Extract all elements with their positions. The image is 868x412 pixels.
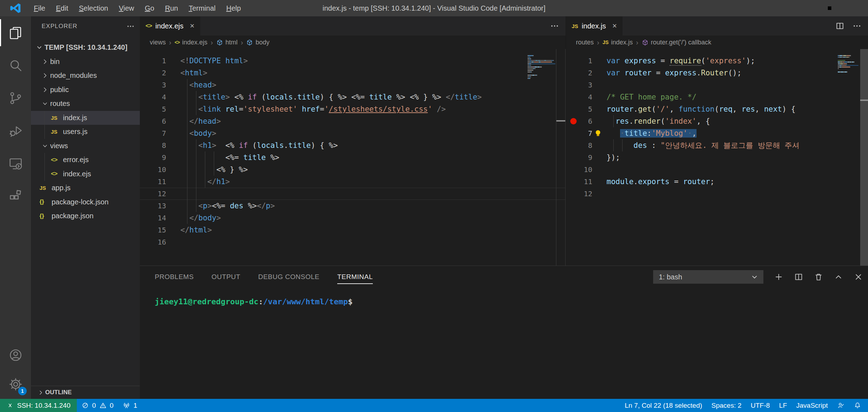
tree-item-routes[interactable]: routes bbox=[31, 97, 140, 111]
menu-help[interactable]: Help bbox=[221, 0, 246, 16]
more-actions-icon[interactable] bbox=[852, 21, 862, 31]
editor-scrollbar[interactable] bbox=[556, 49, 566, 266]
breadcrumb-item[interactable]: JSindex.js bbox=[603, 39, 633, 46]
code-line-9[interactable]: 9 <%= title %> bbox=[140, 151, 566, 164]
line-number[interactable]: 9 bbox=[140, 151, 166, 164]
code-text[interactable]: </h1> bbox=[180, 176, 566, 188]
line-number[interactable]: 3 bbox=[140, 79, 166, 91]
code-text[interactable]: <!DOCTYPE html> bbox=[180, 55, 566, 67]
accounts-activity-button[interactable] bbox=[0, 341, 31, 370]
breakpoint-icon[interactable] bbox=[570, 118, 577, 124]
code-text[interactable]: </head> bbox=[180, 115, 566, 127]
split-terminal-icon[interactable] bbox=[794, 272, 803, 282]
menu-edit[interactable]: Edit bbox=[51, 0, 73, 16]
code-text[interactable]: <%= title %> bbox=[180, 151, 566, 164]
code-text[interactable] bbox=[607, 164, 868, 176]
menu-view[interactable]: View bbox=[113, 0, 139, 16]
menu-terminal[interactable]: Terminal bbox=[183, 0, 221, 16]
line-number[interactable]: 2 bbox=[566, 67, 592, 79]
code-text[interactable]: <% } %> bbox=[180, 164, 566, 176]
tree-item-users.js[interactable]: JSusers.js bbox=[31, 125, 140, 139]
editor-scrollbar[interactable] bbox=[860, 49, 868, 266]
minimap[interactable] bbox=[528, 55, 555, 81]
code-line-10[interactable]: 10 <% } %> bbox=[140, 164, 566, 176]
code-line-3[interactable]: 3 bbox=[566, 79, 868, 91]
close-tab-icon[interactable]: × bbox=[612, 21, 617, 31]
tab-index-ejs[interactable]: <> index.ejs × bbox=[140, 16, 200, 36]
breadcrumb-item[interactable]: views bbox=[150, 39, 166, 46]
kill-terminal-icon[interactable] bbox=[814, 272, 823, 282]
code-text[interactable]: <html> bbox=[180, 67, 566, 79]
code-text[interactable]: <body> bbox=[180, 127, 566, 139]
outline-section-header[interactable]: OUTLINE bbox=[31, 386, 140, 399]
code-text[interactable]: module.exports = router; bbox=[607, 176, 868, 188]
code-line-5[interactable]: 5 <link rel='stylesheet' href='/styleshe… bbox=[140, 103, 566, 115]
status-item[interactable]: UTF-8 bbox=[746, 399, 774, 412]
code-line-11[interactable]: 11module.exports = router; bbox=[566, 176, 868, 188]
code-text[interactable]: res.render('index', { bbox=[607, 115, 868, 127]
code-line-7[interactable]: 7 ·title:'Myblog'·, bbox=[566, 127, 868, 139]
feedback-button[interactable] bbox=[832, 399, 849, 412]
line-number[interactable]: 1 bbox=[140, 55, 166, 67]
extensions-activity-button[interactable] bbox=[0, 180, 31, 213]
minimap[interactable] bbox=[838, 55, 858, 75]
code-line-13[interactable]: 13 <p><%= des %></p> bbox=[140, 200, 566, 212]
source-control-activity-button[interactable] bbox=[0, 82, 31, 114]
code-line-15[interactable]: 15</html> bbox=[140, 224, 566, 236]
status-item[interactable]: JavaScript bbox=[792, 399, 832, 412]
line-number[interactable]: 11 bbox=[140, 176, 166, 188]
line-number[interactable]: 12 bbox=[140, 188, 166, 200]
tab-index-js[interactable]: JS index.js × bbox=[566, 16, 623, 36]
new-terminal-icon[interactable] bbox=[774, 272, 783, 282]
code-text[interactable]: </body> bbox=[180, 212, 566, 224]
settings-gear-activity-button[interactable]: 1 bbox=[0, 370, 31, 399]
code-text[interactable]: <head> bbox=[180, 79, 566, 91]
code-text[interactable] bbox=[607, 188, 868, 200]
close-tab-icon[interactable]: × bbox=[190, 21, 195, 31]
line-number[interactable]: 1 bbox=[566, 55, 592, 67]
line-number[interactable]: 13 bbox=[140, 200, 166, 212]
problems-status[interactable]: 0 0 bbox=[77, 399, 118, 412]
line-number[interactable]: 6 bbox=[140, 115, 166, 127]
code-line-12[interactable]: 12 bbox=[566, 188, 868, 200]
panel-tab-terminal[interactable]: TERMINAL bbox=[337, 273, 373, 281]
code-line-2[interactable]: 2var router = express.Router(); bbox=[566, 67, 868, 79]
line-number[interactable]: 7 bbox=[566, 127, 592, 139]
line-number[interactable]: 2 bbox=[140, 67, 166, 79]
code-line-3[interactable]: 3 <head> bbox=[140, 79, 566, 91]
line-number[interactable]: 10 bbox=[140, 164, 166, 176]
panel-tab-output[interactable]: OUTPUT bbox=[212, 273, 240, 281]
code-line-6[interactable]: 6 res.render('index', { bbox=[566, 115, 868, 127]
line-number[interactable]: 5 bbox=[140, 103, 166, 115]
code-line-4[interactable]: 4/* GET home page. */ bbox=[566, 91, 868, 103]
code-line-10[interactable]: 10 bbox=[566, 164, 868, 176]
terminal-output[interactable]: jieey11@redredgroup-dc:/var/www/html/tem… bbox=[140, 288, 868, 306]
tree-item-index.js[interactable]: JSindex.js bbox=[31, 111, 140, 125]
code-text[interactable]: ·title:'Myblog'·, bbox=[607, 127, 868, 139]
code-line-8[interactable]: 8 <h1> <% if (locals.title) { %> bbox=[140, 139, 566, 151]
code-text[interactable]: </html> bbox=[180, 224, 566, 236]
line-number[interactable]: 14 bbox=[140, 212, 166, 224]
tree-item-views[interactable]: views bbox=[31, 139, 140, 153]
minimize-button[interactable] bbox=[791, 0, 817, 16]
line-number[interactable]: 12 bbox=[566, 188, 592, 200]
code-text[interactable]: des : "안녕하세요. 제 블로그를 방문해 주셔 bbox=[607, 139, 868, 151]
line-number[interactable]: 9 bbox=[566, 151, 592, 164]
menu-go[interactable]: Go bbox=[139, 0, 160, 16]
code-text[interactable]: <p><%= des %></p> bbox=[180, 200, 566, 212]
tree-item-package.json[interactable]: {}package.json bbox=[31, 209, 140, 223]
tree-item-index.ejs[interactable]: <>index.ejs bbox=[31, 167, 140, 181]
code-text[interactable] bbox=[180, 236, 566, 248]
panel-tab-debug-console[interactable]: DEBUG CONSOLE bbox=[258, 273, 319, 281]
code-line-7[interactable]: 7 <body> bbox=[140, 127, 566, 139]
code-line-2[interactable]: 2<html> bbox=[140, 67, 566, 79]
tree-root-folder[interactable]: TEMP [SSH: 10.34.1.240] bbox=[31, 41, 140, 55]
code-text[interactable]: /* GET home page. */ bbox=[607, 91, 868, 103]
menu-run[interactable]: Run bbox=[160, 0, 184, 16]
code-text[interactable]: <title> <% if (locals.title) { %> <%= ti… bbox=[180, 91, 566, 103]
close-window-button[interactable] bbox=[842, 0, 868, 16]
line-number[interactable]: 5 bbox=[566, 103, 592, 115]
explorer-activity-button[interactable] bbox=[0, 16, 31, 49]
code-line-8[interactable]: 8 des : "안녕하세요. 제 블로그를 방문해 주셔 bbox=[566, 139, 868, 151]
split-editor-icon[interactable] bbox=[835, 21, 845, 31]
